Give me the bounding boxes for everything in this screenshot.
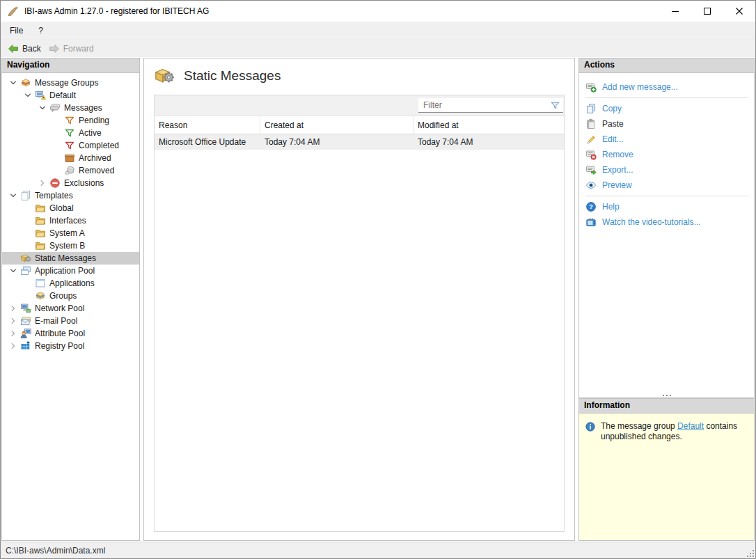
close-button[interactable] bbox=[723, 1, 755, 22]
action-copy[interactable]: Copy bbox=[585, 101, 754, 116]
chevron-right-icon[interactable] bbox=[36, 178, 49, 189]
column-header-created-at[interactable]: Created at bbox=[260, 116, 414, 134]
folder-icon bbox=[35, 215, 46, 226]
chevron-right-icon[interactable] bbox=[6, 328, 20, 339]
action-label: Help bbox=[602, 202, 620, 212]
menu-help[interactable]: ? bbox=[32, 24, 49, 38]
tree-item-label: Groups bbox=[49, 291, 77, 301]
tree-item-application-pool[interactable]: Application Pool bbox=[2, 265, 139, 277]
email-pool-icon bbox=[20, 315, 31, 326]
tree-item-messages[interactable]: Messages bbox=[2, 102, 139, 114]
action-edit[interactable]: Edit... bbox=[585, 132, 754, 147]
chevron-down-icon[interactable] bbox=[6, 265, 20, 276]
action-export[interactable]: Export... bbox=[585, 162, 754, 178]
tree-item-label: Applications bbox=[49, 278, 95, 288]
table-row[interactable]: Microsoft Office UpdateToday 7:04 AMToda… bbox=[155, 134, 564, 150]
paste-icon bbox=[585, 118, 597, 129]
add-message-icon bbox=[585, 81, 597, 93]
exclusions-icon bbox=[49, 178, 61, 189]
column-header-modified-at[interactable]: Modified at bbox=[414, 116, 564, 134]
tree-item-default[interactable]: Default bbox=[2, 89, 139, 102]
close-icon bbox=[735, 7, 743, 15]
tree-item-completed[interactable]: Completed bbox=[2, 139, 139, 152]
action-label: Edit... bbox=[602, 134, 624, 144]
column-header-reason[interactable]: Reason bbox=[155, 116, 260, 134]
chevron-down-icon[interactable] bbox=[6, 77, 20, 88]
action-label: Add new message... bbox=[602, 82, 678, 92]
folder-icon bbox=[35, 240, 46, 251]
applications-icon bbox=[35, 278, 46, 289]
right-column: Actions Add new message...CopyPasteEdit.… bbox=[578, 58, 755, 541]
tree-item-message-groups[interactable]: Message Groups bbox=[2, 77, 139, 89]
action-help[interactable]: ?Help bbox=[585, 199, 754, 214]
tree-item-static-messages[interactable]: Static Messages bbox=[2, 252, 139, 265]
tree-item-archived[interactable]: Archived bbox=[2, 152, 139, 164]
chevron-right-icon[interactable] bbox=[6, 315, 20, 326]
tree-item-system-a[interactable]: System A bbox=[2, 227, 139, 239]
funnel-active-icon bbox=[64, 127, 75, 139]
action-add-new-message[interactable]: Add new message... bbox=[585, 79, 754, 95]
chevron-down-icon[interactable] bbox=[21, 90, 35, 101]
expander-spacer bbox=[6, 253, 20, 264]
expander-spacer bbox=[21, 278, 35, 289]
chevron-right-icon[interactable] bbox=[6, 303, 20, 314]
tree-item-groups[interactable]: Groups bbox=[2, 290, 139, 302]
action-label: Paste bbox=[602, 119, 624, 129]
table-cell: Today 7:04 AM bbox=[414, 137, 564, 147]
chevron-right-icon[interactable] bbox=[6, 340, 20, 352]
chevron-down-icon[interactable] bbox=[36, 102, 49, 113]
tree-item-interfaces[interactable]: Interfaces bbox=[2, 214, 139, 227]
panel-splitter-handle[interactable] bbox=[579, 395, 754, 396]
tree-item-label: Completed bbox=[79, 141, 119, 150]
action-preview[interactable]: Preview bbox=[585, 178, 754, 193]
tree-item-label: Interfaces bbox=[49, 216, 86, 226]
action-remove[interactable]: Remove bbox=[585, 147, 754, 162]
forward-button[interactable]: Forward bbox=[46, 42, 99, 56]
tree-item-label: System B bbox=[49, 241, 85, 251]
expander-spacer bbox=[21, 215, 35, 226]
tree-item-removed[interactable]: Removed bbox=[2, 164, 139, 177]
forward-arrow-icon bbox=[49, 43, 60, 54]
resize-grip[interactable] bbox=[746, 549, 755, 558]
default-group-link[interactable]: Default bbox=[677, 421, 704, 431]
actions-list: Add new message...CopyPasteEdit...Remove… bbox=[579, 73, 754, 230]
tree-item-templates[interactable]: Templates bbox=[2, 189, 139, 202]
tree-item-label: Archived bbox=[79, 153, 111, 163]
filter-input[interactable]: Filter bbox=[418, 98, 563, 113]
tree-item-label: Registry Pool bbox=[35, 341, 84, 351]
registry-pool-icon bbox=[20, 340, 31, 352]
folder-icon bbox=[35, 203, 46, 214]
tree-item-exclusions[interactable]: Exclusions bbox=[2, 177, 139, 189]
info-text-before: The message group bbox=[601, 421, 677, 431]
action-paste[interactable]: Paste bbox=[585, 116, 754, 132]
templates-icon bbox=[20, 190, 31, 201]
tree-item-network-pool[interactable]: Network Pool bbox=[2, 302, 139, 315]
tree-item-e-mail-pool[interactable]: E-mail Pool bbox=[2, 315, 139, 327]
tree-item-system-b[interactable]: System B bbox=[2, 239, 139, 252]
tree-item-active[interactable]: Active bbox=[2, 127, 139, 139]
remove-icon bbox=[585, 149, 597, 160]
action-watch-the-video-tutorials[interactable]: Watch the video-tutorials... bbox=[585, 214, 754, 230]
tree-item-label: Active bbox=[79, 128, 102, 138]
filter-funnel-icon[interactable] bbox=[550, 100, 560, 111]
tree-item-label: Messages bbox=[64, 103, 102, 113]
funnel-pending-icon bbox=[64, 115, 75, 126]
page-title-block: Static Messages bbox=[154, 65, 281, 86]
folder-icon bbox=[35, 228, 46, 239]
chevron-down-icon[interactable] bbox=[6, 190, 20, 201]
preview-icon bbox=[585, 180, 597, 191]
tree-item-global[interactable]: Global bbox=[2, 202, 139, 214]
tree-item-pending[interactable]: Pending bbox=[2, 114, 139, 127]
minimize-button[interactable] bbox=[659, 1, 691, 22]
maximize-button[interactable] bbox=[691, 1, 723, 22]
window-title: IBI-aws Admin 1.27.0 - registered for IB… bbox=[24, 6, 209, 16]
expander-spacer bbox=[21, 203, 35, 214]
tree-item-applications[interactable]: Applications bbox=[2, 277, 139, 290]
main-panel: Static Messages Filter ReasonCreated atM… bbox=[143, 58, 575, 541]
menu-file[interactable]: File bbox=[3, 24, 29, 38]
tree-item-attribute-pool[interactable]: Attribute Pool bbox=[2, 327, 139, 340]
tree-item-registry-pool[interactable]: Registry Pool bbox=[2, 340, 139, 352]
back-button[interactable]: Back bbox=[5, 42, 46, 56]
information-panel-header: Information bbox=[579, 399, 754, 414]
navigation-tree: Message GroupsDefaultMessagesPendingActi… bbox=[2, 73, 139, 352]
